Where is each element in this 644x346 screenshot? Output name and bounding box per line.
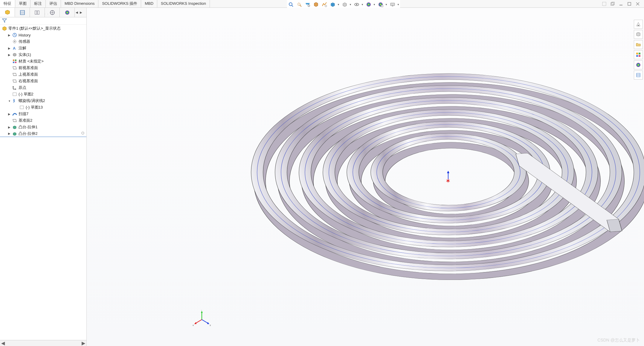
reference-triad[interactable]: y x z [193,310,211,330]
zoom-to-area-icon[interactable] [295,1,303,8]
annotations-icon: A [11,46,18,51]
hide-show-dropdown-icon[interactable]: ▼ [361,3,364,6]
hide-show-icon[interactable] [353,1,361,8]
expander-icon[interactable]: ▶ [7,112,11,116]
origin-icon [11,85,18,90]
expander-icon[interactable]: ▶ [7,33,11,37]
tree-node-top-plane[interactable]: 上视基准面 [0,71,86,78]
apply-scene-dropdown-icon[interactable]: ▼ [385,3,388,6]
panel-overflow-dots-icon [36,11,60,13]
tab-features[interactable]: 特征 [0,0,15,7]
tab-evaluate[interactable]: 评估 [46,0,61,7]
svg-rect-46 [638,25,639,26]
window-minimize-icon[interactable] [618,1,624,7]
tree-horizontal-scrollbar[interactable]: ◀ ▶ [0,340,86,346]
section-view-icon[interactable] [312,1,320,8]
tree-node-extrude1[interactable]: ▶ 凸台-拉伸1 [0,124,86,130]
tree-node-annotations[interactable]: ▶ A 注解 [0,45,86,51]
rollback-bar-handle-icon[interactable] [81,131,86,136]
tree-node-sketch13[interactable]: (-) 草图13 [0,104,86,111]
scroll-right-icon[interactable]: ▶ [80,340,86,346]
tree-node-history[interactable]: ▶ History [0,32,86,38]
model-geometry [242,44,644,307]
svg-text:y: y [201,310,202,310]
extrude-icon [11,125,18,129]
tab-mbd-dimensions[interactable]: MBD Dimensions [61,0,98,7]
edit-appearance-icon[interactable] [365,1,373,8]
svg-point-0 [289,3,292,6]
svg-rect-12 [392,6,393,6]
property-manager-tab[interactable] [15,8,30,17]
svg-text:A: A [13,46,16,51]
sketch-icon [11,92,18,97]
panel-tabs-scroll-left-icon[interactable]: ◀ [75,8,79,17]
svg-rect-23 [20,10,25,15]
expander-icon[interactable]: ▶ [7,132,11,135]
previous-view-icon[interactable] [304,1,312,8]
tree-node-solid-bodies[interactable]: ▶ 实体(1) [0,51,86,58]
display-style-icon[interactable] [341,1,349,8]
dynamic-annotation-icon[interactable] [321,1,328,8]
svg-point-34 [14,41,15,42]
sweep-icon [11,112,18,116]
zoom-to-fit-icon[interactable] [287,1,295,8]
svg-line-65 [196,320,202,324]
tree-root-part[interactable]: 零件1 (默认<<默认>_显示状态 [0,25,86,32]
panel-tabs-scroll-right-icon[interactable]: ▶ [79,8,83,17]
tree-filter-row [0,17,86,25]
expander-icon[interactable]: ▾ [7,99,11,103]
expander-icon[interactable]: ▶ [7,47,11,50]
expander-icon[interactable]: ▶ [7,126,11,129]
window-restore-icon[interactable] [609,1,616,7]
svg-rect-40 [15,62,16,63]
solidworks-resources-tab-icon[interactable] [634,20,643,29]
feature-manager-panel: ◀ ▶ 零件1 (默认<<默认>_显示状态 ▶ History [0,8,87,346]
tree-node-origin[interactable]: 原点 [0,84,86,91]
view-orientation-icon[interactable] [329,1,337,8]
tree-node-plane2[interactable]: 基准面2 [0,117,86,124]
tree-node-right-plane[interactable]: 右视基准面 [0,78,86,84]
svg-rect-44 [20,106,24,109]
display-manager-tab[interactable] [60,8,75,17]
apply-scene-icon[interactable] [377,1,384,8]
window-maximize-icon[interactable] [626,1,633,7]
tree-node-sketch2[interactable]: (-) 草图2 [0,91,86,97]
tab-solidworks-inspection[interactable]: SOLIDWORKS Inspection [157,0,210,7]
window-close-icon[interactable] [634,1,641,7]
view-orientation-dropdown-icon[interactable]: ▼ [337,3,340,6]
svg-rect-10 [381,5,383,7]
tab-annotate[interactable]: 标注 [30,0,46,7]
command-manager-tabs: 特征 草图 标注 评估 MBD Dimensions SOLIDWORKS 插件… [0,0,644,8]
svg-text:z: z [210,324,211,327]
tree-node-sensors[interactable]: 传感器 [0,38,86,45]
edit-appearance-dropdown-icon[interactable]: ▼ [373,3,376,6]
tree-filter-icon[interactable] [2,18,7,23]
scroll-left-icon[interactable]: ◀ [0,340,6,346]
tree-node-extrude2[interactable]: ▶ 凸台-拉伸2 [0,130,86,137]
view-settings-dropdown-icon[interactable]: ▼ [397,3,400,6]
history-icon [11,33,18,37]
tab-mbd[interactable]: MBD [141,0,157,7]
scroll-track[interactable] [6,340,80,346]
tree-node-helix[interactable]: ▾ 螺旋线/涡状线2 [0,97,86,104]
tree-node-front-plane[interactable]: 前视基准面 [0,65,86,71]
tab-solidworks-addins[interactable]: SOLIDWORKS 插件 [98,0,141,7]
sketch-icon [19,105,25,110]
feature-tree[interactable]: 零件1 (默认<<默认>_显示状态 ▶ History 传感器 ▶ A 注解 [0,25,86,340]
main-area: ◀ ▶ 零件1 (默认<<默认>_显示状态 ▶ History [0,8,644,346]
window-restore-child-icon[interactable] [601,1,608,7]
tree-node-sweep7[interactable]: ▶ 扫描7 [0,111,86,117]
tree-node-material[interactable]: 材质 <未指定> [0,58,86,65]
graphics-viewport[interactable]: ✶ y x z CSDN @怎么又是萝卜 [87,8,644,346]
svg-point-4 [308,5,310,7]
view-settings-icon[interactable] [389,1,396,8]
tab-sketch[interactable]: 草图 [15,0,30,7]
expander-icon[interactable]: ▶ [7,53,11,57]
svg-rect-17 [628,2,631,5]
design-library-tab-icon[interactable] [634,30,643,39]
display-style-dropdown-icon[interactable]: ▼ [349,3,352,6]
feature-manager-tab[interactable] [0,8,15,17]
svg-line-3 [300,5,301,7]
svg-point-20 [45,14,45,14]
origin-marker-icon: ✶ [444,171,452,185]
